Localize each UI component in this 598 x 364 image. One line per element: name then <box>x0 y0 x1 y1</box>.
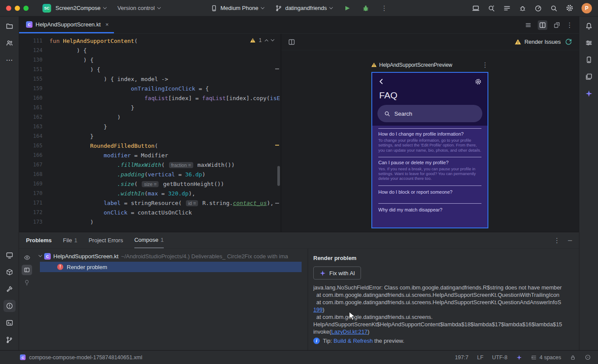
line-number[interactable]: 111 <box>19 38 49 44</box>
details-view-icon[interactable] <box>22 265 32 275</box>
next-issue-icon[interactable] <box>271 38 274 41</box>
lock-icon[interactable] <box>570 354 576 361</box>
file-encoding[interactable]: UTF-8 <box>492 354 507 361</box>
inspections-widget[interactable]: 1 <box>250 37 274 43</box>
gradle-tool-icon[interactable] <box>583 37 595 49</box>
project-selector[interactable]: Screen2Compose <box>55 5 106 11</box>
problems-tool-icon[interactable] <box>3 300 16 312</box>
stripe-mark[interactable] <box>275 68 279 69</box>
terminal-tool-icon[interactable] <box>3 317 16 329</box>
code-line[interactable]: 168.padding(vertical = 36.dp) <box>19 169 281 179</box>
code-line[interactable]: 160faqList[index] = faqList[index].copy(… <box>19 93 281 103</box>
line-number[interactable]: 173 <box>19 219 49 225</box>
tree-file-row[interactable]: C HelpAndSupportScreen.kt ~/AndroidStudi… <box>35 251 308 261</box>
panel-minimize-icon[interactable]: ─ <box>568 237 572 244</box>
caret-position[interactable]: 197:7 <box>455 354 468 361</box>
line-number[interactable]: 172 <box>19 209 49 215</box>
ai-search-icon[interactable] <box>488 4 495 12</box>
chevron-expanded-icon[interactable] <box>39 254 42 257</box>
code-line[interactable]: 172onClick = contactUsOnClick <box>19 208 281 217</box>
tree-problem-row[interactable]: Render problem <box>40 262 302 272</box>
minimize-window-button[interactable] <box>15 6 20 11</box>
zoom-window-button[interactable] <box>23 6 29 11</box>
stripe-warning-mark[interactable] <box>275 145 279 146</box>
code-line[interactable]: 163} <box>19 122 281 131</box>
fix-with-ai-button[interactable]: Fix with AI <box>313 266 361 280</box>
user-avatar[interactable]: P <box>582 3 592 13</box>
device-selector[interactable]: Medium Phone <box>211 5 264 12</box>
stripe-mark[interactable] <box>275 203 279 204</box>
code-line[interactable]: 124) { <box>19 46 281 55</box>
users-tool-icon[interactable] <box>3 37 16 49</box>
debug-button[interactable] <box>362 4 370 12</box>
line-number[interactable]: 161 <box>19 104 49 110</box>
code-line[interactable]: 165RoundedFilledButton( <box>19 141 281 150</box>
code-line[interactable]: 171label = stringResource( id = R.string… <box>19 198 281 208</box>
code-line[interactable]: 162) <box>19 112 281 122</box>
line-number[interactable]: 130 <box>19 57 49 63</box>
code-line[interactable]: 155) { index, model -> <box>19 74 281 84</box>
panel-more-icon[interactable]: ⋮ <box>554 237 560 244</box>
gemini-star-icon[interactable] <box>583 88 595 100</box>
version-control-tool-icon[interactable] <box>3 334 16 346</box>
tab-project-errors[interactable]: Project Errors <box>88 232 123 248</box>
device-manager-tool-icon[interactable] <box>583 54 595 66</box>
line-number[interactable]: 162 <box>19 114 49 120</box>
stack-link[interactable]: 199 <box>313 306 322 313</box>
search-everywhere-icon[interactable] <box>550 4 558 12</box>
device-explorer-tool-icon[interactable] <box>3 266 16 278</box>
notifications-bell-icon[interactable] <box>583 20 595 32</box>
app-quality-insights-icon[interactable] <box>519 4 526 12</box>
project-tool-icon[interactable] <box>3 20 16 32</box>
line-separator[interactable]: LF <box>477 354 484 361</box>
split-editor-icon[interactable] <box>538 20 547 30</box>
ai-sparkle-icon[interactable] <box>516 354 522 361</box>
resource-manager-tool-icon[interactable] <box>583 71 595 83</box>
prev-issue-icon[interactable] <box>265 39 268 43</box>
stack-link[interactable]: LazyDsl.kt:217 <box>331 328 367 335</box>
profiler-icon[interactable] <box>534 4 542 12</box>
phone-preview[interactable]: FAQ Search How do I change my profile in… <box>371 72 488 228</box>
detach-editor-icon[interactable] <box>553 22 560 29</box>
build-refresh-icon[interactable] <box>565 39 572 46</box>
preview-canvas[interactable]: HelpAndSupportScreenPreview ⋮ FAQ <box>281 50 579 232</box>
line-number[interactable]: 163 <box>19 124 49 130</box>
line-number[interactable]: 164 <box>19 133 49 139</box>
status-indicator-icon[interactable] <box>585 354 591 361</box>
code-line[interactable]: 164} <box>19 131 281 141</box>
code-line[interactable]: 170.widthIn(max = 320.dp), <box>19 188 281 198</box>
line-number[interactable]: 159 <box>19 85 49 91</box>
editor-tab[interactable]: C HelpAndSupportScreen.kt × <box>19 16 114 33</box>
run-more-actions-button[interactable]: ⋮ <box>381 5 387 11</box>
editor-scrollbar[interactable] <box>277 166 280 186</box>
close-tab-icon[interactable]: × <box>105 21 109 28</box>
branch-selector[interactable]: datingandfriends <box>275 5 332 12</box>
vcs-menu[interactable]: Version control <box>117 5 160 11</box>
preview-layout-icon[interactable] <box>288 39 295 46</box>
logcat-icon[interactable] <box>503 4 511 12</box>
run-button[interactable] <box>344 5 351 12</box>
build-tool-icon[interactable] <box>3 283 16 295</box>
tab-compose[interactable]: Compose1 <box>134 232 164 248</box>
running-devices-tool-icon[interactable] <box>3 249 16 261</box>
settings-gear-icon[interactable] <box>566 4 574 12</box>
code-line[interactable]: 159onTrailingIconClick = { <box>19 84 281 93</box>
tab-file[interactable]: File1 <box>63 232 77 248</box>
running-devices-icon[interactable] <box>472 4 480 12</box>
code-line[interactable]: 173) <box>19 217 281 227</box>
line-number[interactable]: 155 <box>19 76 49 82</box>
code-line[interactable]: 130) { <box>19 55 281 65</box>
preview-more-icon[interactable]: ⋮ <box>482 62 488 68</box>
line-number[interactable]: 166 <box>19 152 49 158</box>
more-tool-windows-icon[interactable]: ⋯ <box>3 54 16 66</box>
line-number[interactable]: 168 <box>19 171 49 177</box>
editor-more-icon[interactable]: ⋮ <box>566 22 573 28</box>
editor-list-icon[interactable] <box>525 22 532 29</box>
code-editor[interactable]: 111fun HelpAndSupportContent(124) {130) … <box>19 34 281 232</box>
code-line[interactable]: 169.size( size = getButtonHeight()) <box>19 179 281 188</box>
line-number[interactable]: 160 <box>19 95 49 101</box>
close-window-button[interactable] <box>6 6 11 11</box>
quickfix-bulb-icon[interactable] <box>22 277 32 288</box>
render-issues-button[interactable]: Render Issues <box>515 39 561 45</box>
eye-icon[interactable] <box>22 252 32 263</box>
